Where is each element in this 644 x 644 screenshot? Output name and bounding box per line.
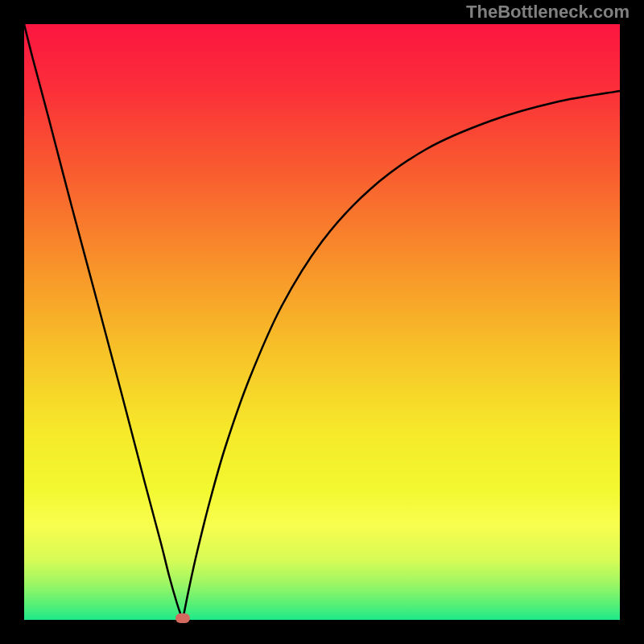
minimum-marker bbox=[175, 613, 190, 623]
chart-svg bbox=[24, 24, 620, 620]
chart-background bbox=[24, 24, 620, 620]
watermark-text: TheBottleneck.com bbox=[466, 2, 630, 23]
chart-plot-area bbox=[24, 24, 620, 620]
